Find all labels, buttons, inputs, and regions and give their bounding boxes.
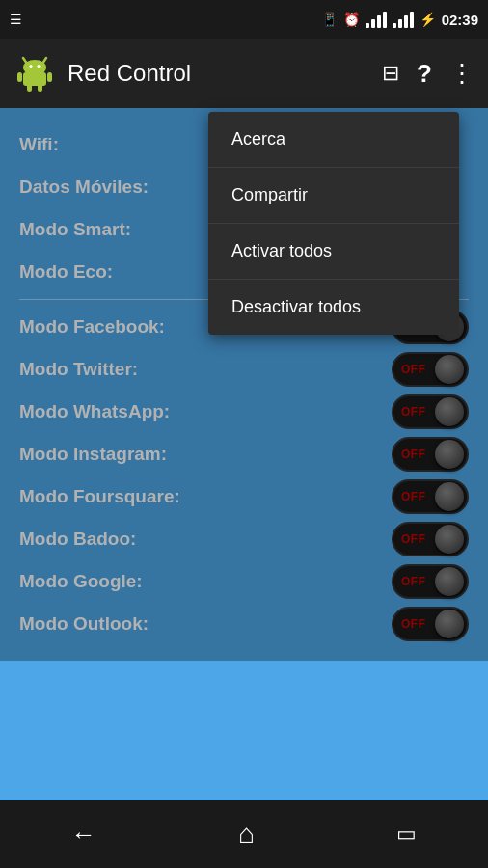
bottom-nav-bar: ← ⌂ ▭ [0,800,488,868]
android-logo [14,52,56,95]
menu-item-compartir[interactable]: Compartir [208,168,459,224]
app-title: Red Control [68,60,191,87]
help-button[interactable]: ? [417,59,432,89]
home-button[interactable]: ⌂ [238,819,255,850]
phone-icon: 📱 [321,12,338,27]
svg-rect-6 [17,72,22,82]
more-menu-button[interactable]: ⋮ [449,59,474,89]
app-bar: Red Control ⊟ ? ⋮ [0,39,488,108]
app-bar-actions: ⊟ ? ⋮ [382,59,474,89]
menu-item-activar-todos[interactable]: Activar todos [208,224,459,280]
dropdown-overlay[interactable]: Acerca Compartir Activar todos Desactiva… [0,108,488,661]
main-content: Wifi: Datos Móviles: Modo Smart: Modo Ec… [0,108,488,661]
status-bar-left: ☰ [10,12,22,27]
dropdown-menu: Acerca Compartir Activar todos Desactiva… [208,112,459,335]
app-bar-left: Red Control [14,52,191,95]
menu-icon: ☰ [10,12,22,27]
svg-rect-7 [47,72,52,82]
status-bar: ☰ 📱 ⏰ ⚡ 02:39 [0,0,488,39]
wifi-icon [366,12,387,28]
filter-button[interactable]: ⊟ [382,61,399,86]
alarm-icon: ⏰ [343,12,360,27]
signal-icon [393,12,414,28]
svg-point-4 [38,65,41,68]
status-time: 02:39 [442,12,478,28]
svg-point-3 [30,65,33,68]
status-bar-right: 📱 ⏰ ⚡ 02:39 [321,12,478,28]
battery-icon: ⚡ [420,12,436,27]
svg-rect-9 [38,84,42,92]
menu-item-desactivar-todos[interactable]: Desactivar todos [208,280,459,335]
menu-item-acerca[interactable]: Acerca [208,112,459,168]
recent-apps-button[interactable]: ▭ [396,822,417,847]
svg-rect-5 [23,72,46,86]
svg-rect-8 [27,84,32,92]
back-button[interactable]: ← [71,820,96,850]
